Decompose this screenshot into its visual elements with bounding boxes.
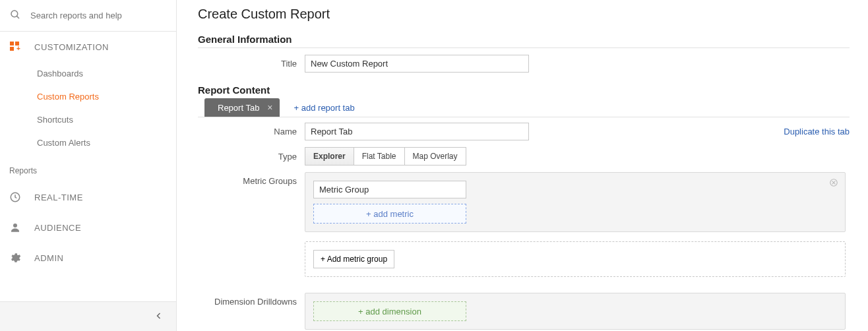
sidebar-audience[interactable]: AUDIENCE <box>0 212 176 243</box>
report-tab-chip[interactable]: Report Tab × <box>204 98 280 117</box>
chevron-left-icon <box>155 312 163 322</box>
sidebar-item-custom-alerts[interactable]: Custom Alerts <box>0 131 176 154</box>
sidebar-item-shortcuts[interactable]: Shortcuts <box>0 108 176 131</box>
sidebar-collapse[interactable] <box>0 301 176 331</box>
metric-group-panel: + add metric <box>305 172 846 232</box>
add-metric-group-button[interactable]: + Add metric group <box>313 250 394 268</box>
metric-group-name-input[interactable] <box>313 181 466 198</box>
metric-groups-label: Metric Groups <box>198 172 305 186</box>
svg-line-1 <box>16 16 19 18</box>
customization-icon: + <box>9 41 34 53</box>
title-label: Title <box>198 59 305 69</box>
add-metric-group-panel: + Add metric group <box>305 241 846 277</box>
svg-text:+: + <box>16 45 20 52</box>
sidebar-item-dashboards[interactable]: Dashboards <box>0 62 176 85</box>
type-button-group: Explorer Flat Table Map Overlay <box>305 147 466 166</box>
divider <box>198 47 850 48</box>
add-metric-button[interactable]: + add metric <box>313 204 466 224</box>
admin-label: ADMIN <box>34 253 63 263</box>
person-icon <box>9 222 34 233</box>
gear-icon <box>9 252 34 264</box>
remove-metric-group-icon[interactable] <box>829 178 838 189</box>
type-explorer-button[interactable]: Explorer <box>305 147 354 166</box>
svg-point-7 <box>13 224 17 227</box>
svg-rect-4 <box>10 47 14 51</box>
clock-icon <box>9 191 34 203</box>
customization-label: CUSTOMIZATION <box>34 42 109 52</box>
name-label: Name <box>198 127 305 136</box>
dimension-panel: + add dimension <box>305 293 846 330</box>
type-label: Type <box>198 152 305 162</box>
realtime-label: REAL-TIME <box>34 193 83 202</box>
main-content: Create Custom Report General Information… <box>177 0 868 331</box>
reports-group-label: Reports <box>0 154 176 182</box>
close-icon[interactable]: × <box>267 102 272 113</box>
search-row <box>0 0 176 32</box>
general-info-heading: General Information <box>198 34 850 45</box>
dimension-drilldowns-label: Dimension Drilldowns <box>198 293 305 307</box>
svg-point-0 <box>11 11 18 17</box>
tab-chip-label: Report Tab <box>218 103 259 113</box>
duplicate-tab-link[interactable]: Duplicate this tab <box>784 127 850 136</box>
add-report-tab-link[interactable]: + add report tab <box>294 103 355 113</box>
sidebar-realtime[interactable]: REAL-TIME <box>0 182 176 212</box>
add-dimension-button[interactable]: + add dimension <box>313 301 466 321</box>
type-flat-table-button[interactable]: Flat Table <box>354 147 405 166</box>
search-input[interactable] <box>30 11 167 20</box>
page-title: Create Custom Report <box>198 7 850 22</box>
type-map-overlay-button[interactable]: Map Overlay <box>405 147 466 166</box>
svg-rect-2 <box>10 42 14 45</box>
sidebar-customization[interactable]: + CUSTOMIZATION <box>0 32 176 62</box>
title-input[interactable] <box>305 55 529 73</box>
audience-label: AUDIENCE <box>34 223 81 233</box>
name-input[interactable] <box>305 123 529 140</box>
sidebar-admin[interactable]: ADMIN <box>0 243 176 273</box>
tab-row: Report Tab × + add report tab <box>198 98 850 117</box>
report-content-heading: Report Content <box>198 84 850 96</box>
sidebar: + CUSTOMIZATION Dashboards Custom Report… <box>0 0 177 331</box>
search-icon <box>9 9 21 22</box>
sidebar-item-custom-reports[interactable]: Custom Reports <box>0 85 176 108</box>
